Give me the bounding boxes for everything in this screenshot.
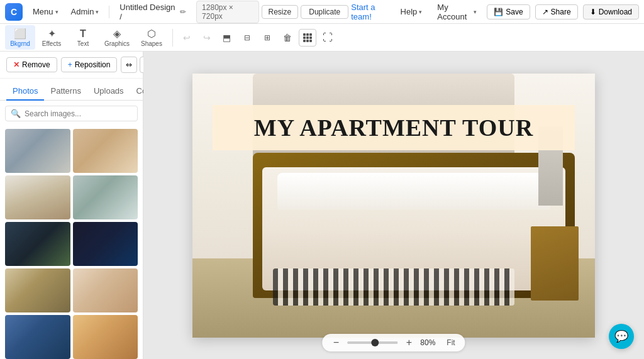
list-item[interactable] (73, 268, 138, 312)
chat-icon: 💬 (614, 329, 628, 343)
help-chevron-icon: ▾ (419, 9, 422, 15)
account-chevron-icon: ▾ (474, 9, 477, 15)
align-button[interactable]: ⛶ (319, 29, 336, 47)
menu-button[interactable]: Menu ▾ (28, 4, 64, 19)
duplicate-button[interactable]: Duplicate (301, 5, 348, 19)
grid-icon (303, 33, 312, 42)
share-icon: ↗ (542, 8, 548, 16)
list-item[interactable] (73, 222, 138, 266)
tool-graphics[interactable]: ◈ Graphics (99, 25, 135, 50)
arrange-back-button[interactable]: ⊟ (238, 29, 256, 47)
list-item[interactable] (5, 222, 70, 266)
redo-button[interactable]: ↪ (198, 29, 216, 47)
nav-divider (109, 6, 109, 18)
remove-x-icon: ✕ (13, 60, 19, 69)
design-title[interactable]: Untitled Design / ✏ (114, 0, 191, 24)
panel-actions: ✕ Remove + Reposition ⇔ ↕ (0, 52, 143, 79)
tool-bkgrnd[interactable]: ⬜ Bkgrnd (5, 25, 35, 50)
delete-button[interactable]: 🗑 (279, 29, 296, 47)
save-icon: 💾 (494, 8, 503, 16)
canvas-title-overlay[interactable]: MY APARTMENT TOUR (213, 105, 575, 150)
list-item[interactable] (73, 315, 138, 359)
tab-uploads[interactable]: Uploads (87, 82, 130, 101)
zoom-slider[interactable] (347, 341, 397, 344)
nav-right: Start a team! Help ▾ My Account ▾ 💾 Save… (351, 0, 639, 24)
arrange-forward-button[interactable]: ⊞ (258, 29, 276, 47)
search-bar: 🔍 (5, 106, 138, 121)
admin-button[interactable]: Admin ▾ (66, 4, 104, 19)
graphics-icon: ◈ (113, 28, 121, 40)
tab-patterns[interactable]: Patterns (44, 82, 87, 101)
image-grid (0, 126, 143, 359)
zoom-bar: − + 80% Fit (322, 334, 465, 351)
text-icon: T (80, 28, 86, 40)
canvas-title-text: MY APARTMENT TOUR (254, 114, 533, 141)
toolbar-divider (172, 29, 173, 47)
left-panel: ✕ Remove + Reposition ⇔ ↕ Photos Pattern… (0, 52, 143, 359)
reposition-plus-icon: + (68, 60, 72, 69)
account-button[interactable]: My Account ▾ (432, 0, 482, 24)
bkgrnd-icon: ⬜ (14, 28, 26, 40)
start-team-link[interactable]: Start a team! (351, 3, 390, 21)
tool-shapes[interactable]: ⬡ Shapes (136, 25, 167, 50)
chat-bubble[interactable]: 💬 (609, 324, 634, 349)
zoom-percent: 80% (420, 338, 439, 347)
canvas-area[interactable]: MY APARTMENT TOUR − + 80% Fit 💬 (143, 52, 644, 359)
reposition-button[interactable]: + Reposition (61, 57, 118, 72)
main-area: ✕ Remove + Reposition ⇔ ↕ Photos Pattern… (0, 52, 644, 359)
list-item[interactable] (73, 129, 138, 173)
effects-icon: ✦ (48, 28, 56, 40)
save-button[interactable]: 💾 Save (487, 4, 530, 19)
flip-horizontal-button[interactable]: ⇔ (121, 57, 137, 73)
list-item[interactable] (5, 175, 70, 219)
search-icon: 🔍 (11, 109, 21, 118)
resize-button[interactable]: Resize (262, 5, 299, 19)
app-logo[interactable]: C (5, 3, 23, 21)
admin-chevron-icon: ▾ (96, 9, 99, 15)
remove-button[interactable]: ✕ Remove (6, 57, 57, 72)
secondary-toolbar: ⬜ Bkgrnd ✦ Effects T Text ◈ Graphics ⬡ S… (0, 24, 644, 52)
copy-style-button[interactable]: ⬒ (218, 29, 236, 47)
menu-chevron-icon: ▾ (55, 9, 58, 15)
tool-effects[interactable]: ✦ Effects (36, 25, 67, 50)
search-input[interactable] (25, 109, 132, 118)
rug (273, 268, 514, 306)
grid-button[interactable] (299, 29, 316, 47)
zoom-in-button[interactable]: + (402, 336, 415, 349)
bed-pillow (277, 173, 550, 210)
list-item[interactable] (73, 175, 138, 219)
pencil-icon: ✏ (180, 8, 186, 16)
help-button[interactable]: Help ▾ (396, 4, 428, 19)
canvas-container[interactable]: MY APARTMENT TOUR (192, 74, 595, 338)
fit-button[interactable]: Fit (444, 338, 457, 347)
zoom-slider-thumb (371, 339, 379, 346)
canvas-size: 1280px × 720px (196, 1, 258, 23)
toolbar-actions: ↩ ↪ ⬒ ⊟ ⊞ 🗑 ⛶ (178, 29, 336, 47)
list-item[interactable] (5, 129, 70, 173)
tool-text[interactable]: T Text (68, 26, 98, 50)
shapes-icon: ⬡ (147, 28, 156, 40)
undo-button[interactable]: ↩ (178, 29, 196, 47)
panel-tabs: Photos Patterns Uploads Color ☆ (0, 79, 143, 101)
download-icon: ⬇ (590, 8, 596, 16)
zoom-out-button[interactable]: − (330, 336, 342, 349)
top-nav: C Menu ▾ Admin ▾ Untitled Design / ✏ 128… (0, 0, 644, 24)
nightstand (531, 226, 579, 301)
download-button[interactable]: ⬇ Download (583, 4, 639, 19)
tab-photos[interactable]: Photos (6, 82, 44, 101)
share-button[interactable]: ↗ Share (535, 4, 578, 19)
list-item[interactable] (5, 315, 70, 359)
list-item[interactable] (5, 268, 70, 312)
